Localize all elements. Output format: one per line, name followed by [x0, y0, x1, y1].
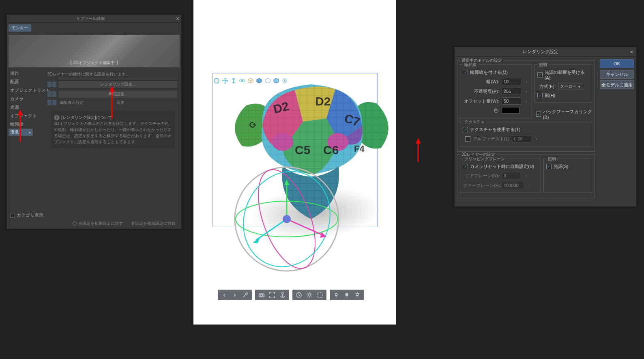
clock-icon[interactable]	[295, 291, 303, 299]
section-layer: 3Dレイヤーの設定 クリッピングプレーン カメラリセット時に自動設定(U) ニア…	[457, 154, 595, 198]
close-icon[interactable]: ×	[627, 49, 636, 55]
category-display-checkbox[interactable]	[10, 213, 15, 218]
cat-outline[interactable]: 輪郭線	[9, 120, 44, 129]
svg-point-40	[356, 293, 358, 296]
lighting2-group: 照明 光源(S)	[543, 159, 592, 193]
object-tag[interactable]: モンキー	[9, 24, 31, 32]
outline-width-input[interactable]: 10	[502, 78, 521, 85]
cat-place[interactable]: 配置	[9, 77, 44, 86]
svg-text:C6: C6	[323, 143, 339, 157]
cat-env[interactable]: 環境	[9, 129, 33, 136]
mask-icon[interactable]	[316, 291, 324, 299]
svg-point-36	[308, 294, 311, 296]
auto-clip-checkbox[interactable]	[463, 164, 468, 169]
cat-objlist[interactable]: オブジェクトリスト	[9, 86, 44, 95]
transform-gizmo[interactable]	[226, 166, 348, 280]
chevron-right-icon[interactable]: ›	[524, 79, 529, 84]
lighting-group: 照明 光源の影響を受ける(A) 方式(E):グーロー 影(H)	[535, 64, 592, 103]
svg-text:F4: F4	[354, 144, 365, 154]
cat-camera[interactable]: カメラ	[9, 95, 44, 103]
gear-icon[interactable]	[305, 291, 313, 299]
annotation-arrow	[412, 138, 424, 166]
prop-desc: 3Dレイヤーの操作に関する設定を行います。	[47, 71, 178, 77]
wrench-icon[interactable]	[241, 291, 249, 299]
light2-icon[interactable]	[343, 291, 351, 299]
section-selected-model: 選択中のモデルの設定 輪郭線 輪郭線を付ける(O) 幅(W):10› 不透明度(…	[457, 60, 595, 152]
anchor-icon[interactable]	[279, 291, 287, 299]
reset-all-button[interactable]: 全設定を初期設定に戻す	[70, 220, 125, 227]
chevron-right-icon[interactable]: ›	[524, 173, 529, 178]
3d-canvas[interactable]: D2 D2 C7 C5 C6 F4 G ‹ ›	[193, 0, 396, 325]
outline-offset-input[interactable]: 50	[502, 97, 521, 105]
gear-icon	[73, 221, 77, 226]
svg-point-33	[261, 295, 263, 297]
light1-icon[interactable]	[332, 291, 340, 299]
svg-point-6	[214, 78, 219, 83]
outline-enable-checkbox[interactable]	[463, 70, 468, 75]
outline-color-swatch[interactable]	[502, 107, 519, 114]
next-icon[interactable]: ›	[231, 291, 239, 299]
use-texture-checkbox[interactable]	[463, 127, 468, 132]
shadow-checkbox[interactable]	[537, 93, 543, 98]
svg-marker-26	[284, 179, 289, 185]
info-box: i[レンダリング設定]について 3Dオブジェクトの表示のされ方を設定します。テク…	[51, 111, 175, 148]
chevron-right-icon[interactable]: ›	[524, 99, 529, 103]
display-setting-label: 編集表示設定	[58, 100, 115, 105]
svg-text:C5: C5	[295, 143, 310, 157]
info-title: [レンダリング設定]について	[61, 115, 112, 120]
svg-point-31	[283, 215, 291, 223]
light-source-checkbox[interactable]	[546, 164, 552, 169]
svg-line-27	[287, 219, 323, 235]
canvas-toolbar: ‹ ›	[218, 290, 364, 300]
ok-button[interactable]: OK	[600, 59, 634, 68]
clipping-group: クリッピングプレーン カメラリセット時に自動設定(U) ニアプレーン(N):3›…	[460, 159, 541, 193]
svg-point-34	[282, 292, 283, 294]
svg-point-11	[272, 133, 293, 151]
render-settings-button[interactable]: レンダリング設定...	[58, 80, 178, 88]
prev-icon[interactable]: ‹	[220, 291, 228, 299]
svg-rect-37	[318, 292, 322, 297]
svg-text:D2: D2	[315, 95, 331, 108]
render-settings-panel: レンダリング設定 × 選択中のモデルの設定 輪郭線 輪郭線を付ける(O) 幅(W…	[454, 47, 637, 207]
move-mode-icon[interactable]	[221, 77, 229, 84]
svg-point-39	[346, 293, 348, 296]
info-body: 3Dオブジェクトの表示のされ方を設定します。テクスチャの色や陰影、輪郭線がおかし…	[54, 120, 172, 145]
info-icon: i	[54, 115, 60, 120]
subtool-detail-panel: サブツール詳細 × モンキー 【 3Dオブジェクト編集中 】 操作 配置 オブジ…	[6, 14, 182, 229]
svg-marker-30	[253, 238, 260, 243]
alpha-test-checkbox[interactable]	[465, 136, 470, 142]
register-all-button[interactable]: 全設定を初期設定に登録	[129, 220, 178, 227]
light3-icon[interactable]	[353, 291, 361, 299]
preview-area: 【 3Dオブジェクト編集中 】	[9, 35, 180, 67]
texture-group: テクスチャ テクスチャを使用する(T) アルファテスト(L)0.00›	[460, 122, 592, 146]
preview-label: 【 3Dオブジェクト編集中 】	[9, 60, 180, 66]
chevron-right-icon[interactable]: ›	[524, 89, 529, 94]
svg-point-38	[335, 293, 337, 296]
outline-opacity-input[interactable]: 255	[502, 88, 521, 95]
cat-object[interactable]: オブジェクト	[9, 112, 44, 120]
receive-light-checkbox[interactable]	[537, 72, 543, 77]
close-icon[interactable]: ×	[174, 15, 181, 22]
near-plane-input[interactable]: 3	[502, 172, 521, 179]
other-settings-button[interactable]: 事理設定...	[58, 90, 178, 98]
shading-method-select[interactable]: グーロー	[558, 83, 582, 90]
camera-icon[interactable]	[258, 291, 266, 299]
rotate-mode-icon[interactable]	[213, 77, 220, 84]
chevron-right-icon[interactable]: ›	[527, 183, 532, 188]
backface-checkbox[interactable]	[536, 112, 541, 117]
outline-group: 輪郭線 輪郭線を付ける(O) 幅(W):10› 不透明度(P):255› オフセ…	[460, 64, 532, 118]
apply-all-button[interactable]: 全モデルに適用	[600, 80, 634, 89]
cat-light[interactable]: 光源	[9, 103, 44, 112]
category-list: 操作 配置 オブジェクトリスト カメラ 光源 オブジェクト 輪郭線 環境	[9, 69, 44, 155]
chevron-right-icon[interactable]: ›	[534, 136, 539, 141]
fit-icon[interactable]	[268, 291, 276, 299]
far-plane-input[interactable]: 100000	[502, 182, 524, 189]
display-setting-value[interactable]: 高速	[116, 100, 125, 105]
cat-operate[interactable]: 操作	[9, 69, 44, 77]
svg-marker-5	[416, 138, 421, 144]
cancel-button[interactable]: キャンセル	[600, 70, 634, 79]
category-display-label: カテゴリ表示	[17, 212, 43, 218]
panel-title: レンダリング設定	[455, 49, 627, 55]
panel-title: サブツール詳細	[7, 16, 174, 21]
alpha-test-input[interactable]: 0.00	[512, 135, 531, 142]
